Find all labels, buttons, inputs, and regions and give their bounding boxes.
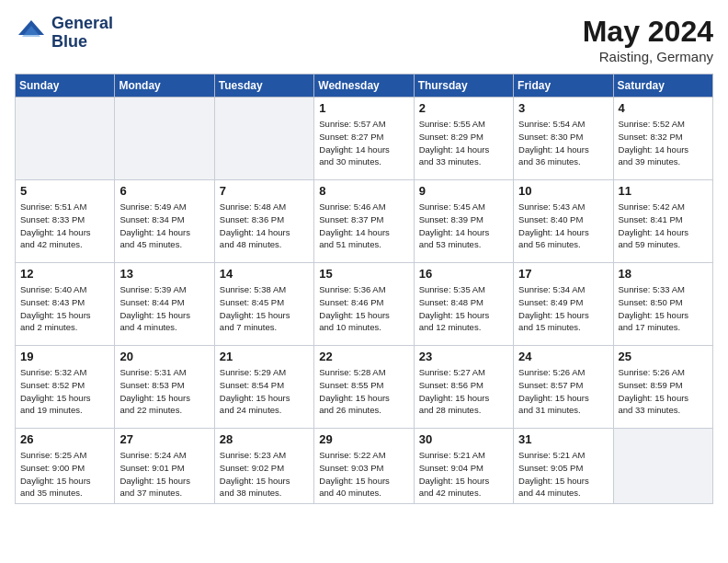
calendar-day-cell — [16, 98, 115, 180]
day-number: 31 — [518, 432, 609, 446]
weekday-header: Thursday — [414, 75, 513, 98]
day-number: 15 — [319, 267, 409, 281]
calendar-day-cell: 26Sunrise: 5:25 AM Sunset: 9:00 PM Dayli… — [16, 429, 115, 504]
day-number: 16 — [419, 267, 509, 281]
calendar-day-cell — [115, 98, 214, 180]
day-number: 18 — [619, 267, 709, 281]
day-info: Sunrise: 5:45 AM Sunset: 8:39 PM Dayligh… — [419, 201, 509, 251]
title-block: May 2024 Raisting, Germany — [583, 15, 713, 64]
day-info: Sunrise: 5:39 AM Sunset: 8:44 PM Dayligh… — [119, 283, 210, 334]
day-number: 17 — [518, 267, 609, 281]
weekday-header: Friday — [514, 75, 613, 98]
calendar-day-cell: 2Sunrise: 5:55 AM Sunset: 8:29 PM Daylig… — [414, 98, 513, 180]
calendar-day-cell: 3Sunrise: 5:54 AM Sunset: 8:30 PM Daylig… — [514, 98, 613, 180]
day-number: 2 — [419, 101, 509, 115]
calendar-day-cell: 12Sunrise: 5:40 AM Sunset: 8:43 PM Dayli… — [16, 263, 115, 346]
day-number: 30 — [419, 432, 509, 446]
day-info: Sunrise: 5:52 AM Sunset: 8:32 PM Dayligh… — [619, 118, 709, 168]
day-info: Sunrise: 5:21 AM Sunset: 9:04 PM Dayligh… — [419, 449, 509, 500]
day-info: Sunrise: 5:55 AM Sunset: 8:29 PM Dayligh… — [419, 118, 509, 168]
logo: General Blue — [15, 15, 113, 52]
day-info: Sunrise: 5:42 AM Sunset: 8:41 PM Dayligh… — [619, 201, 709, 251]
day-number: 20 — [119, 350, 210, 363]
day-number: 14 — [220, 267, 310, 281]
weekday-header: Monday — [115, 75, 214, 98]
month-title: May 2024 — [583, 15, 713, 49]
day-info: Sunrise: 5:54 AM Sunset: 8:30 PM Dayligh… — [518, 118, 609, 168]
calendar-day-cell: 20Sunrise: 5:31 AM Sunset: 8:53 PM Dayli… — [115, 346, 214, 429]
day-info: Sunrise: 5:33 AM Sunset: 8:50 PM Dayligh… — [619, 283, 709, 334]
calendar-day-cell: 24Sunrise: 5:26 AM Sunset: 8:57 PM Dayli… — [514, 346, 613, 429]
day-number: 29 — [319, 432, 409, 446]
day-number: 5 — [20, 184, 110, 198]
day-number: 25 — [619, 350, 709, 363]
day-number: 6 — [119, 184, 210, 198]
calendar-week-row: 26Sunrise: 5:25 AM Sunset: 9:00 PM Dayli… — [16, 429, 713, 504]
calendar-day-cell: 30Sunrise: 5:21 AM Sunset: 9:04 PM Dayli… — [414, 429, 513, 504]
day-number: 11 — [619, 184, 709, 198]
calendar-day-cell: 28Sunrise: 5:23 AM Sunset: 9:02 PM Dayli… — [214, 429, 313, 504]
weekday-header-row: SundayMondayTuesdayWednesdayThursdayFrid… — [16, 75, 713, 98]
day-number: 12 — [20, 267, 110, 281]
calendar-week-row: 12Sunrise: 5:40 AM Sunset: 8:43 PM Dayli… — [16, 263, 713, 346]
calendar-day-cell: 8Sunrise: 5:46 AM Sunset: 8:37 PM Daylig… — [314, 180, 414, 263]
day-info: Sunrise: 5:32 AM Sunset: 8:52 PM Dayligh… — [20, 366, 110, 417]
calendar-day-cell — [613, 429, 712, 504]
day-info: Sunrise: 5:31 AM Sunset: 8:53 PM Dayligh… — [119, 366, 210, 417]
logo-text: General Blue — [51, 15, 113, 52]
day-number: 10 — [518, 184, 609, 198]
calendar-day-cell: 10Sunrise: 5:43 AM Sunset: 8:40 PM Dayli… — [514, 180, 613, 263]
day-info: Sunrise: 5:25 AM Sunset: 9:00 PM Dayligh… — [20, 449, 110, 500]
day-info: Sunrise: 5:46 AM Sunset: 8:37 PM Dayligh… — [319, 201, 409, 251]
location: Raisting, Germany — [583, 49, 713, 64]
day-number: 28 — [220, 432, 310, 446]
calendar-day-cell: 11Sunrise: 5:42 AM Sunset: 8:41 PM Dayli… — [613, 180, 712, 263]
calendar-day-cell: 21Sunrise: 5:29 AM Sunset: 8:54 PM Dayli… — [214, 346, 313, 429]
day-info: Sunrise: 5:26 AM Sunset: 8:57 PM Dayligh… — [518, 366, 609, 417]
day-info: Sunrise: 5:36 AM Sunset: 8:46 PM Dayligh… — [319, 283, 409, 334]
day-number: 8 — [319, 184, 409, 198]
calendar-day-cell: 27Sunrise: 5:24 AM Sunset: 9:01 PM Dayli… — [115, 429, 214, 504]
calendar-day-cell: 7Sunrise: 5:48 AM Sunset: 8:36 PM Daylig… — [214, 180, 313, 263]
day-number: 19 — [20, 350, 110, 363]
weekday-header: Saturday — [613, 75, 712, 98]
calendar-day-cell: 31Sunrise: 5:21 AM Sunset: 9:05 PM Dayli… — [514, 429, 613, 504]
day-info: Sunrise: 5:27 AM Sunset: 8:56 PM Dayligh… — [419, 366, 509, 417]
day-number: 24 — [518, 350, 609, 363]
calendar-week-row: 19Sunrise: 5:32 AM Sunset: 8:52 PM Dayli… — [16, 346, 713, 429]
day-number: 9 — [419, 184, 509, 198]
logo-icon — [15, 17, 48, 50]
day-info: Sunrise: 5:21 AM Sunset: 9:05 PM Dayligh… — [518, 449, 609, 500]
calendar-day-cell: 13Sunrise: 5:39 AM Sunset: 8:44 PM Dayli… — [115, 263, 214, 346]
day-number: 4 — [619, 101, 709, 115]
calendar-table: SundayMondayTuesdayWednesdayThursdayFrid… — [15, 74, 713, 504]
day-info: Sunrise: 5:57 AM Sunset: 8:27 PM Dayligh… — [319, 118, 409, 168]
day-number: 26 — [20, 432, 110, 446]
day-number: 27 — [119, 432, 210, 446]
day-info: Sunrise: 5:48 AM Sunset: 8:36 PM Dayligh… — [220, 201, 310, 251]
day-info: Sunrise: 5:35 AM Sunset: 8:48 PM Dayligh… — [419, 283, 509, 334]
day-number: 1 — [319, 101, 409, 115]
day-info: Sunrise: 5:29 AM Sunset: 8:54 PM Dayligh… — [220, 366, 310, 417]
calendar-day-cell: 19Sunrise: 5:32 AM Sunset: 8:52 PM Dayli… — [16, 346, 115, 429]
day-info: Sunrise: 5:38 AM Sunset: 8:45 PM Dayligh… — [220, 283, 310, 334]
day-number: 23 — [419, 350, 509, 363]
day-number: 22 — [319, 350, 409, 363]
calendar-day-cell: 1Sunrise: 5:57 AM Sunset: 8:27 PM Daylig… — [314, 98, 414, 180]
calendar-week-row: 1Sunrise: 5:57 AM Sunset: 8:27 PM Daylig… — [16, 98, 713, 180]
day-info: Sunrise: 5:28 AM Sunset: 8:55 PM Dayligh… — [319, 366, 409, 417]
calendar-day-cell: 29Sunrise: 5:22 AM Sunset: 9:03 PM Dayli… — [314, 429, 414, 504]
calendar-day-cell: 23Sunrise: 5:27 AM Sunset: 8:56 PM Dayli… — [414, 346, 513, 429]
day-info: Sunrise: 5:40 AM Sunset: 8:43 PM Dayligh… — [20, 283, 110, 334]
calendar-day-cell: 25Sunrise: 5:26 AM Sunset: 8:59 PM Dayli… — [613, 346, 712, 429]
day-number: 21 — [220, 350, 310, 363]
day-number: 13 — [119, 267, 210, 281]
day-info: Sunrise: 5:24 AM Sunset: 9:01 PM Dayligh… — [119, 449, 210, 500]
calendar-day-cell — [214, 98, 313, 180]
calendar-day-cell: 17Sunrise: 5:34 AM Sunset: 8:49 PM Dayli… — [514, 263, 613, 346]
calendar-day-cell: 4Sunrise: 5:52 AM Sunset: 8:32 PM Daylig… — [613, 98, 712, 180]
day-info: Sunrise: 5:43 AM Sunset: 8:40 PM Dayligh… — [518, 201, 609, 251]
calendar-day-cell: 22Sunrise: 5:28 AM Sunset: 8:55 PM Dayli… — [314, 346, 414, 429]
day-info: Sunrise: 5:49 AM Sunset: 8:34 PM Dayligh… — [119, 201, 210, 251]
weekday-header: Tuesday — [214, 75, 313, 98]
